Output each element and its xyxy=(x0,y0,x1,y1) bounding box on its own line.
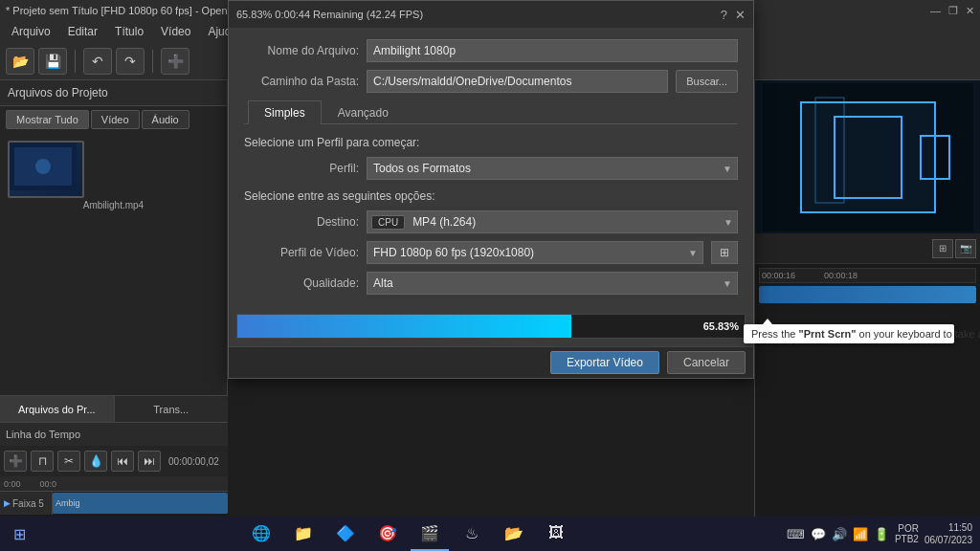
menu-video[interactable]: Vídeo xyxy=(153,23,198,40)
preview-timeline-ruler: 00:00:16 00:00:18 xyxy=(759,268,976,283)
filter-tab-all[interactable]: Mostrar Tudo xyxy=(6,110,89,129)
profile-row: Perfil: Todos os Formatos ▼ xyxy=(244,157,738,180)
progress-bar: 65.83% xyxy=(236,314,746,339)
filename-input[interactable] xyxy=(367,39,738,62)
tray-lang: POR PTB2 xyxy=(895,523,919,544)
quality-select[interactable]: Alta xyxy=(367,272,738,295)
toolbar-separator xyxy=(75,50,76,73)
dialog-help-button[interactable]: ? xyxy=(721,8,727,22)
taskbar-app-openshot[interactable]: 🎬 xyxy=(411,517,449,551)
track-content-5[interactable]: Ambig xyxy=(53,492,228,515)
menu-titulo[interactable]: Título xyxy=(107,23,151,40)
filter-tab-video[interactable]: Vídeo xyxy=(91,110,140,129)
tray-clock: 11:50 06/07/2023 xyxy=(924,521,972,546)
dialog-close-button[interactable]: ✕ xyxy=(735,8,746,22)
progress-section: 65.83% xyxy=(229,314,753,346)
add-button[interactable]: ➕ xyxy=(161,48,189,75)
minimize-button[interactable]: — xyxy=(930,5,941,17)
media-thumb-ambilight[interactable] xyxy=(8,141,84,198)
tray-keyboard-icon[interactable]: ⌨ xyxy=(787,527,805,541)
ruler-mark-1: 00:0 xyxy=(40,479,57,489)
tl-scissors-btn[interactable]: ✂ xyxy=(57,451,80,472)
tl-add-btn[interactable]: ➕ xyxy=(4,451,27,472)
toolbar-separator-2 xyxy=(152,50,153,73)
taskbar-app-photos[interactable]: 🖼 xyxy=(537,517,575,551)
tab-trans[interactable]: Trans... xyxy=(115,396,229,422)
menu-arquivo[interactable]: Arquivo xyxy=(4,23,58,40)
export-video-button[interactable]: Exportar Vídeo xyxy=(550,351,659,374)
tray-volume-icon[interactable]: 🔊 xyxy=(832,527,847,541)
dest-row: Destino: CPU MP4 (h.264) ▼ xyxy=(244,210,738,233)
track-clip-ambilight[interactable]: Ambig xyxy=(53,493,228,514)
cpu-badge: CPU xyxy=(371,215,405,230)
tl-prev-btn[interactable]: ⏮ xyxy=(111,451,134,472)
start-button[interactable]: ⊞ xyxy=(0,517,38,551)
tl-magnet-btn[interactable]: ⊓ xyxy=(31,451,54,472)
preview-track[interactable] xyxy=(759,285,976,304)
profile-select[interactable]: Todos os Formatos xyxy=(367,157,738,180)
media-label-ambilight: Ambilight.mp4 xyxy=(8,200,219,210)
preview-grid-btn[interactable]: ⊞ xyxy=(932,239,953,258)
quality-select-wrapper: Alta ▼ xyxy=(367,272,738,295)
track-name-5: Faixa 5 xyxy=(12,498,44,509)
taskbar-app-edge[interactable]: 🌐 xyxy=(242,517,280,551)
taskbar-app-mail[interactable]: 🎯 xyxy=(368,517,407,551)
close-button[interactable]: ✕ xyxy=(966,5,974,17)
preview-svg xyxy=(763,83,973,231)
dest-select-wrapper[interactable]: CPU MP4 (h.264) ▼ xyxy=(367,210,738,233)
tray-date: 06/07/2023 xyxy=(924,534,972,546)
video-profile-grid-button[interactable]: ⊞ xyxy=(711,241,738,264)
dialog-footer: Exportar Vídeo Cancelar xyxy=(229,346,753,378)
video-profile-row: Perfil de Vídeo: FHD 1080p 60 fps (1920x… xyxy=(244,241,738,264)
project-files-header: Arquivos do Projeto xyxy=(0,80,227,106)
preview-controls: ⊞ 📷 xyxy=(755,233,980,264)
preview-camera-btn[interactable]: 📷 xyxy=(955,239,976,258)
dest-label: Destino: xyxy=(244,215,359,229)
preview-timeline: 00:00:16 00:00:18 xyxy=(755,264,980,360)
taskbar-app-files[interactable]: 📁 xyxy=(284,517,323,551)
tray-lang-sub: PTB2 xyxy=(895,534,919,544)
menu-editar[interactable]: Editar xyxy=(60,23,105,40)
filter-tab-audio[interactable]: Áudio xyxy=(142,110,189,129)
screenshot-hint: Press the "Prnt Scrn" on your keyboard t… xyxy=(744,324,954,343)
svg-rect-4 xyxy=(801,102,935,212)
tab-arquivos[interactable]: Arquivos do Pr... xyxy=(0,396,115,422)
timeline-label: Linha do Tempo xyxy=(6,429,80,440)
hint-key-text: "Prnt Scrn" xyxy=(799,328,859,340)
taskbar-app-store[interactable]: 🔷 xyxy=(326,517,365,551)
maximize-button[interactable]: ❐ xyxy=(948,5,958,17)
hint-rest-text: on your keyboard to take a screenshot xyxy=(859,328,980,340)
folder-row: Caminho da Pasta: Buscar... xyxy=(244,70,738,93)
preview-inner xyxy=(755,80,980,233)
video-profile-select[interactable]: FHD 1080p 60 fps (1920x1080) xyxy=(367,241,703,264)
folder-label: Caminho da Pasta: xyxy=(244,75,359,88)
open-button[interactable]: 📂 xyxy=(6,48,34,75)
save-button[interactable]: 💾 xyxy=(38,48,67,75)
taskbar-apps: 🌐 📁 🔷 🎯 🎬 ♨ 📂 🖼 xyxy=(38,517,779,551)
profile-section-title: Selecione um Perfil para começar: xyxy=(244,136,738,149)
panel-tabs: Arquivos do Pr... Trans... xyxy=(0,395,228,422)
track-ruler: 0:00 00:0 xyxy=(0,476,228,492)
cancel-button[interactable]: Cancelar xyxy=(667,351,746,374)
tray-time: 11:50 xyxy=(924,521,972,534)
tab-simples[interactable]: Simples xyxy=(248,100,322,124)
redo-button[interactable]: ↷ xyxy=(116,48,145,75)
folder-input[interactable] xyxy=(367,70,668,93)
project-files-label: Arquivos do Projeto xyxy=(8,86,108,99)
video-profile-select-wrapper: FHD 1080p 60 fps (1920x1080) ▼ xyxy=(367,241,703,264)
tl-next-btn[interactable]: ⏭ xyxy=(138,451,161,472)
undo-button[interactable]: ↶ xyxy=(83,48,112,75)
left-panel: Arquivos do Projeto Mostrar Tudo Vídeo Á… xyxy=(0,80,228,422)
dialog-title: 65.83% 0:00:44 Remaining (42.24 FPS) xyxy=(236,9,721,20)
tab-avancado[interactable]: Avançado xyxy=(322,100,405,124)
tl-drop-btn[interactable]: 💧 xyxy=(84,451,107,472)
taskbar-app-steam[interactable]: ♨ xyxy=(453,517,491,551)
taskbar-app-explorer[interactable]: 📂 xyxy=(495,517,533,551)
browse-button[interactable]: Buscar... xyxy=(676,70,738,93)
preview-track-clip xyxy=(759,286,976,303)
dest-value: MP4 (h.264) xyxy=(412,215,720,229)
tray-lang-main: POR xyxy=(895,523,919,534)
tray-battery-icon[interactable]: 🔋 xyxy=(874,527,889,541)
tray-network-icon[interactable]: 📶 xyxy=(853,527,868,541)
tray-chat-icon[interactable]: 💬 xyxy=(811,527,826,541)
